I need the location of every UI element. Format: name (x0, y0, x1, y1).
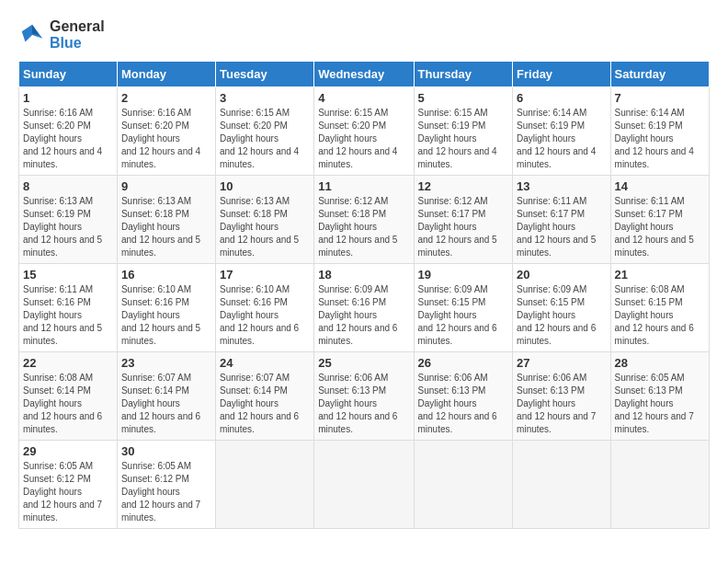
calendar-day-cell: 24 Sunrise: 6:07 AM Sunset: 6:14 PM Dayl… (215, 352, 313, 441)
day-info: Sunrise: 6:08 AM Sunset: 6:14 PM Dayligh… (23, 372, 113, 436)
calendar-day-cell: 25 Sunrise: 6:06 AM Sunset: 6:13 PM Dayl… (314, 352, 414, 441)
day-info: Sunrise: 6:16 AM Sunset: 6:20 PM Dayligh… (121, 107, 211, 171)
day-info: Sunrise: 6:11 AM Sunset: 6:16 PM Dayligh… (23, 283, 113, 348)
day-number: 25 (318, 356, 409, 370)
calendar-day-cell: 3 Sunrise: 6:15 AM Sunset: 6:20 PM Dayli… (215, 87, 313, 176)
weekday-header: Saturday (610, 62, 709, 87)
calendar-day-cell (610, 441, 709, 529)
day-number: 5 (418, 91, 509, 105)
logo-text: GeneralBlue (50, 18, 105, 52)
day-number: 22 (23, 356, 113, 370)
calendar-day-cell: 13 Sunrise: 6:11 AM Sunset: 6:17 PM Dayl… (513, 176, 610, 264)
day-number: 20 (517, 268, 606, 282)
calendar-day-cell: 12 Sunrise: 6:12 AM Sunset: 6:17 PM Dayl… (414, 176, 513, 264)
day-number: 27 (517, 356, 606, 370)
day-number: 28 (615, 356, 705, 370)
calendar-day-cell: 8 Sunrise: 6:13 AM Sunset: 6:19 PM Dayli… (19, 176, 118, 264)
day-number: 7 (615, 91, 705, 105)
day-info: Sunrise: 6:14 AM Sunset: 6:19 PM Dayligh… (615, 107, 705, 171)
day-number: 3 (220, 91, 310, 105)
calendar-day-cell: 4 Sunrise: 6:15 AM Sunset: 6:20 PM Dayli… (314, 87, 414, 176)
day-info: Sunrise: 6:09 AM Sunset: 6:16 PM Dayligh… (318, 283, 409, 348)
day-info: Sunrise: 6:13 AM Sunset: 6:19 PM Dayligh… (23, 195, 113, 259)
day-info: Sunrise: 6:06 AM Sunset: 6:13 PM Dayligh… (318, 372, 409, 436)
calendar-week-row: 15 Sunrise: 6:11 AM Sunset: 6:16 PM Dayl… (19, 264, 710, 352)
calendar-body: 1 Sunrise: 6:16 AM Sunset: 6:20 PM Dayli… (19, 87, 710, 529)
calendar-day-cell (414, 441, 513, 529)
day-number: 14 (615, 179, 705, 193)
day-number: 24 (220, 356, 310, 370)
day-number: 9 (121, 179, 211, 193)
day-info: Sunrise: 6:09 AM Sunset: 6:15 PM Dayligh… (418, 283, 509, 348)
calendar-day-cell: 6 Sunrise: 6:14 AM Sunset: 6:19 PM Dayli… (513, 87, 610, 176)
calendar-day-cell: 18 Sunrise: 6:09 AM Sunset: 6:16 PM Dayl… (314, 264, 414, 352)
calendar-day-cell: 20 Sunrise: 6:09 AM Sunset: 6:15 PM Dayl… (513, 264, 610, 352)
day-number: 8 (23, 179, 113, 193)
day-number: 11 (318, 179, 409, 193)
day-info: Sunrise: 6:10 AM Sunset: 6:16 PM Dayligh… (121, 283, 211, 348)
day-number: 23 (121, 356, 211, 370)
day-info: Sunrise: 6:12 AM Sunset: 6:18 PM Dayligh… (318, 195, 409, 259)
day-info: Sunrise: 6:05 AM Sunset: 6:12 PM Dayligh… (121, 460, 211, 524)
calendar-table: SundayMondayTuesdayWednesdayThursdayFrid… (18, 61, 710, 529)
day-info: Sunrise: 6:13 AM Sunset: 6:18 PM Dayligh… (121, 195, 211, 259)
day-number: 2 (121, 91, 211, 105)
day-info: Sunrise: 6:16 AM Sunset: 6:20 PM Dayligh… (23, 107, 113, 171)
day-number: 6 (517, 91, 606, 105)
page-header: GeneralBlue (18, 18, 710, 52)
day-info: Sunrise: 6:09 AM Sunset: 6:15 PM Dayligh… (517, 283, 606, 348)
calendar-day-cell: 21 Sunrise: 6:08 AM Sunset: 6:15 PM Dayl… (610, 264, 709, 352)
day-info: Sunrise: 6:06 AM Sunset: 6:13 PM Dayligh… (418, 372, 509, 436)
calendar-day-cell (513, 441, 610, 529)
calendar-day-cell (215, 441, 313, 529)
day-number: 21 (615, 268, 705, 282)
weekday-header: Friday (513, 62, 610, 87)
calendar-week-row: 1 Sunrise: 6:16 AM Sunset: 6:20 PM Dayli… (19, 87, 710, 176)
day-info: Sunrise: 6:12 AM Sunset: 6:17 PM Dayligh… (418, 195, 509, 259)
calendar-day-cell: 22 Sunrise: 6:08 AM Sunset: 6:14 PM Dayl… (19, 352, 118, 441)
weekday-header: Tuesday (215, 62, 313, 87)
weekday-header: Monday (117, 62, 215, 87)
calendar-day-cell: 29 Sunrise: 6:05 AM Sunset: 6:12 PM Dayl… (19, 441, 118, 529)
day-info: Sunrise: 6:07 AM Sunset: 6:14 PM Dayligh… (220, 372, 310, 436)
day-info: Sunrise: 6:07 AM Sunset: 6:14 PM Dayligh… (121, 372, 211, 436)
calendar-day-cell: 26 Sunrise: 6:06 AM Sunset: 6:13 PM Dayl… (414, 352, 513, 441)
day-number: 13 (517, 179, 606, 193)
day-number: 10 (220, 179, 310, 193)
day-info: Sunrise: 6:11 AM Sunset: 6:17 PM Dayligh… (615, 195, 705, 259)
calendar-day-cell: 23 Sunrise: 6:07 AM Sunset: 6:14 PM Dayl… (117, 352, 215, 441)
day-info: Sunrise: 6:15 AM Sunset: 6:20 PM Dayligh… (220, 107, 310, 171)
calendar-day-cell: 28 Sunrise: 6:05 AM Sunset: 6:13 PM Dayl… (610, 352, 709, 441)
day-number: 17 (220, 268, 310, 282)
calendar-day-cell: 7 Sunrise: 6:14 AM Sunset: 6:19 PM Dayli… (610, 87, 709, 176)
calendar-day-cell: 16 Sunrise: 6:10 AM Sunset: 6:16 PM Dayl… (117, 264, 215, 352)
logo-icon (18, 21, 46, 49)
day-number: 4 (318, 91, 409, 105)
logo: GeneralBlue (18, 18, 105, 52)
calendar-week-row: 8 Sunrise: 6:13 AM Sunset: 6:19 PM Dayli… (19, 176, 710, 264)
calendar-week-row: 29 Sunrise: 6:05 AM Sunset: 6:12 PM Dayl… (19, 441, 710, 529)
calendar-day-cell: 30 Sunrise: 6:05 AM Sunset: 6:12 PM Dayl… (117, 441, 215, 529)
weekday-header: Wednesday (314, 62, 414, 87)
day-info: Sunrise: 6:06 AM Sunset: 6:13 PM Dayligh… (517, 372, 606, 436)
day-number: 12 (418, 179, 509, 193)
day-info: Sunrise: 6:05 AM Sunset: 6:13 PM Dayligh… (615, 372, 705, 436)
calendar-day-cell: 10 Sunrise: 6:13 AM Sunset: 6:18 PM Dayl… (215, 176, 313, 264)
calendar-day-cell: 19 Sunrise: 6:09 AM Sunset: 6:15 PM Dayl… (414, 264, 513, 352)
calendar-day-cell: 14 Sunrise: 6:11 AM Sunset: 6:17 PM Dayl… (610, 176, 709, 264)
calendar-header: SundayMondayTuesdayWednesdayThursdayFrid… (19, 62, 710, 87)
day-info: Sunrise: 6:15 AM Sunset: 6:19 PM Dayligh… (418, 107, 509, 171)
calendar-day-cell: 27 Sunrise: 6:06 AM Sunset: 6:13 PM Dayl… (513, 352, 610, 441)
day-number: 30 (121, 444, 211, 458)
day-info: Sunrise: 6:15 AM Sunset: 6:20 PM Dayligh… (318, 107, 409, 171)
day-number: 29 (23, 444, 113, 458)
weekday-header: Thursday (414, 62, 513, 87)
day-info: Sunrise: 6:10 AM Sunset: 6:16 PM Dayligh… (220, 283, 310, 348)
calendar-day-cell: 9 Sunrise: 6:13 AM Sunset: 6:18 PM Dayli… (117, 176, 215, 264)
day-number: 1 (23, 91, 113, 105)
calendar-day-cell: 5 Sunrise: 6:15 AM Sunset: 6:19 PM Dayli… (414, 87, 513, 176)
day-number: 19 (418, 268, 509, 282)
day-number: 15 (23, 268, 113, 282)
day-info: Sunrise: 6:13 AM Sunset: 6:18 PM Dayligh… (220, 195, 310, 259)
weekday-header: Sunday (19, 62, 118, 87)
